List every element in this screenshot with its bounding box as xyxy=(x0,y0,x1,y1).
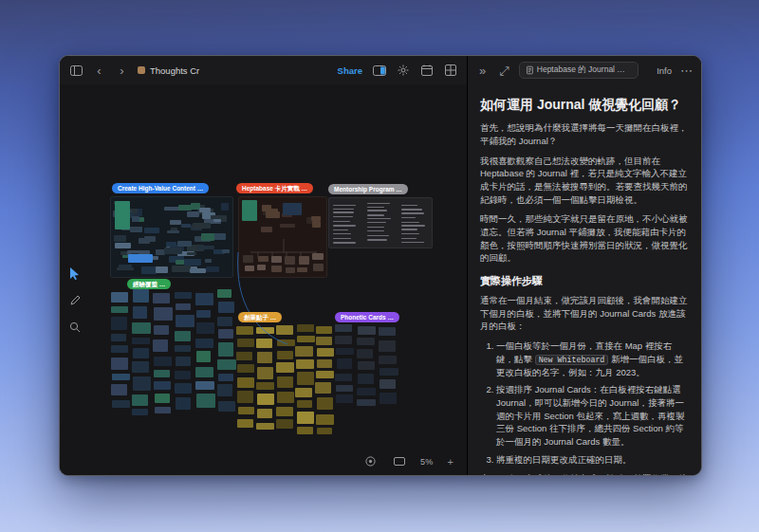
card-cluster-experience-review[interactable] xyxy=(110,289,238,416)
article-paragraph: 上面的步驟完成後，你就完成了繁瑣的前置作業，接著就可以開始每天記錄 Journa… xyxy=(480,472,690,475)
board-title-label: Thoughts Cr xyxy=(150,65,199,76)
section-board-mentorship[interactable] xyxy=(328,197,433,248)
zoom-in-button[interactable]: + xyxy=(448,456,454,468)
section-pill-experience-review[interactable]: 經驗覆盤 … xyxy=(127,279,171,289)
article-paragraph: 通常在一個月結束，做完該月回顧後，我會開始建立下個月的白板，並將下個月的 Jou… xyxy=(480,294,690,333)
section-pill-startup-ideas[interactable]: 創業點子 … xyxy=(238,312,282,322)
note-tab[interactable]: Heptabase 的 Journal 使用方... xyxy=(519,62,639,79)
app-window: ‹ › Thoughts Cr Share xyxy=(59,55,702,476)
search-tool-icon[interactable] xyxy=(67,320,82,334)
forward-button[interactable]: › xyxy=(115,64,129,78)
canvas-tool-rail xyxy=(67,266,82,334)
list-item: 將重複的日期更改成正確的日期。 xyxy=(496,453,690,467)
info-button[interactable]: Info xyxy=(657,65,672,76)
document-icon xyxy=(527,65,533,75)
steps-list: 一個白板等於一個月份，直接在 Map 裡按右鍵，點擊 New Whiteboar… xyxy=(480,339,690,466)
section-board-create-high-value[interactable] xyxy=(110,196,233,278)
note-panel-toolbar: » ⤢ Heptabase 的 Journal 使用方... Info ⋯ xyxy=(468,56,701,84)
calendar-icon[interactable] xyxy=(419,64,434,78)
whiteboard-pane: ‹ › Thoughts Cr Share xyxy=(60,56,467,475)
right-panel-toggle-icon[interactable] xyxy=(372,64,386,78)
zoom-level[interactable]: 5% xyxy=(420,457,434,467)
select-cursor-tool-icon[interactable] xyxy=(67,266,82,281)
board-title[interactable]: Thoughts Cr xyxy=(138,65,199,76)
whiteboard-canvas[interactable]: Create High-Value Content … Heptabase 卡片… xyxy=(60,84,467,475)
expand-note-icon[interactable]: ⤢ xyxy=(497,64,511,78)
article-paragraph: 我很喜歡觀察自己想法改變的軌跡，但目前在 Heptabase 的 Journal… xyxy=(480,155,690,207)
whiteboard-icon xyxy=(138,66,145,74)
card-group xyxy=(239,197,328,235)
section-pill-phonetic[interactable]: Phonetic Cards … xyxy=(335,312,399,322)
article-paragraph: 時間一久，那些純文字就只是留在原地，不小心就被遺忘。但若將 Journal 平鋪… xyxy=(480,212,690,265)
list-item: 按週排序 Journal Cards：在白板裡按右鍵點選 Journal，即可以… xyxy=(496,383,690,448)
new-whiteboard-chip: New Whiteboard xyxy=(535,355,609,365)
collapse-panel-icon[interactable]: » xyxy=(475,64,490,78)
section-board-heptabase-practice[interactable] xyxy=(238,196,327,278)
table-view-icon[interactable] xyxy=(443,64,457,78)
list-item: 一個白板等於一個月份，直接在 Map 裡按右鍵，點擊 New Whiteboar… xyxy=(496,339,690,378)
share-button[interactable]: Share xyxy=(338,65,362,76)
card-group xyxy=(243,252,324,277)
card-cluster-startup-ideas[interactable] xyxy=(236,323,335,435)
article-content: 如何運用 Journal 做視覺化回顧？ 首先，想說明為什麼我選擇將每一天攤開在… xyxy=(468,84,701,475)
card-cluster-phonetic[interactable] xyxy=(335,323,399,407)
canvas-zoom-dock: 5% + − xyxy=(363,454,467,468)
main-toolbar: ‹ › Thoughts Cr Share xyxy=(60,56,467,84)
article-title: 如何運用 Journal 做視覺化回顧？ xyxy=(480,96,690,113)
more-options-icon[interactable]: ⋯ xyxy=(679,64,694,78)
sidebar-toggle-icon[interactable] xyxy=(69,64,83,78)
focus-target-icon[interactable] xyxy=(363,454,378,468)
pen-tool-icon[interactable] xyxy=(67,293,82,307)
note-panel: » ⤢ Heptabase 的 Journal 使用方... Info ⋯ 如何… xyxy=(468,56,701,475)
note-tab-title: Heptabase 的 Journal 使用方... xyxy=(537,64,631,76)
article-subheading: 實際操作步驟 xyxy=(480,274,690,288)
section-pill-heptabase-practice[interactable]: Heptabase 卡片實戰 … xyxy=(236,183,313,193)
section-pill-create-high-value[interactable]: Create High-Value Content … xyxy=(112,183,209,193)
settings-gear-icon[interactable] xyxy=(396,64,410,78)
section-pill-mentorship[interactable]: Mentorship Program … xyxy=(328,184,408,194)
article-paragraph: 首先，想說明為什麼我選擇將每一天攤開在白板裡，平鋪我的 Journal？ xyxy=(480,121,690,147)
fit-screen-icon[interactable] xyxy=(392,454,406,468)
back-button[interactable]: ‹ xyxy=(92,64,106,78)
